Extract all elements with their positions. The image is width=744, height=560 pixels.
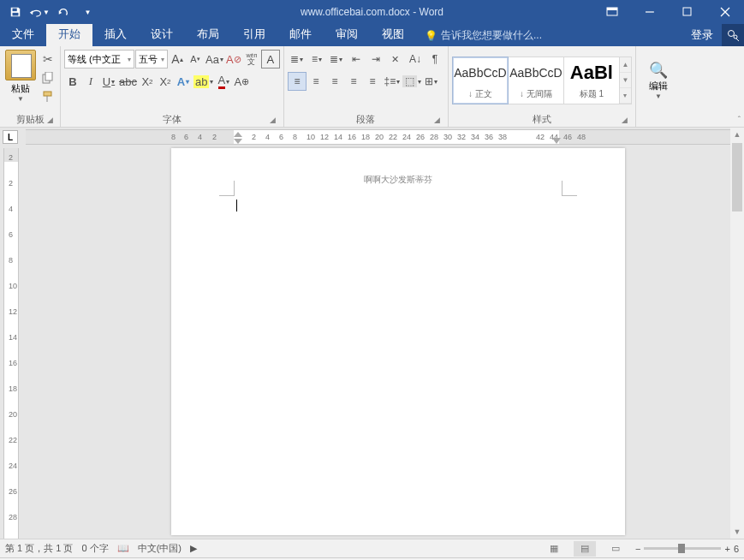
- minimize-button[interactable]: [631, 0, 669, 24]
- macro-icon[interactable]: ▶: [190, 543, 197, 554]
- strike-button[interactable]: abc: [118, 72, 138, 91]
- tell-me[interactable]: 💡告诉我您想要做什么...: [416, 25, 551, 46]
- save-button[interactable]: [5, 3, 26, 21]
- subscript-button[interactable]: X2: [139, 72, 156, 91]
- sort-button[interactable]: A↓: [406, 50, 425, 69]
- zoom-slider[interactable]: [644, 547, 721, 550]
- superscript-button[interactable]: X2: [157, 72, 174, 91]
- page-indicator[interactable]: 第 1 页，共 1 页: [5, 542, 73, 555]
- window-title: www.officebai.com.docx - Word: [301, 6, 443, 18]
- language-indicator[interactable]: 中文(中国): [138, 542, 182, 555]
- font-color-button[interactable]: A▾: [215, 72, 232, 91]
- format-painter-button[interactable]: [39, 88, 57, 105]
- group-styles: AaBbCcD↓ 正文 AaBbCcD↓ 无间隔 AaBl标题 1 ▲▼▾ 样式…: [449, 46, 636, 127]
- word-count[interactable]: 0 个字: [81, 542, 108, 555]
- shrink-font-button[interactable]: A▾: [187, 50, 204, 69]
- signin-button[interactable]: 登录: [682, 24, 722, 46]
- multilevel-button[interactable]: ≣▾: [327, 50, 346, 69]
- phonetic-button[interactable]: wén文: [243, 50, 260, 69]
- align-center-button[interactable]: ≡: [307, 72, 325, 91]
- chevron-down-icon: ▾: [161, 56, 164, 63]
- close-button[interactable]: [706, 0, 744, 24]
- tab-insert[interactable]: 插入: [92, 23, 139, 46]
- collapse-ribbon-button[interactable]: ˆ: [738, 116, 741, 125]
- printlayout-button[interactable]: ▤: [574, 541, 596, 557]
- clear-format-button[interactable]: A⊘: [225, 50, 242, 69]
- svg-rect-11: [44, 92, 51, 96]
- style-nospacing[interactable]: AaBbCcD↓ 无间隔: [508, 57, 564, 104]
- dialog-launcher-styles[interactable]: ◢: [620, 116, 630, 126]
- dialog-launcher-paragraph[interactable]: ◢: [432, 116, 443, 126]
- grow-font-button[interactable]: A▴: [169, 50, 186, 69]
- margin-mark: [562, 181, 577, 196]
- tab-mailings[interactable]: 邮件: [277, 23, 324, 46]
- tab-selector[interactable]: L: [3, 130, 18, 144]
- cut-button[interactable]: ✂: [39, 51, 57, 68]
- status-bar: 第 1 页，共 1 页 0 个字 📖 中文(中国) ▶ ▦ ▤ ▭ − + 6: [0, 539, 744, 557]
- outdent-button[interactable]: ⇤: [347, 50, 366, 69]
- align-right-button[interactable]: ≡: [325, 72, 344, 91]
- redo-button[interactable]: [53, 3, 74, 21]
- ltr-button[interactable]: ✕: [386, 50, 405, 69]
- readmode-button[interactable]: ▦: [543, 541, 565, 557]
- highlight-button[interactable]: ab▾: [193, 72, 214, 91]
- dialog-launcher-font[interactable]: ◢: [268, 116, 278, 126]
- group-label-paragraph: 段落: [356, 114, 375, 124]
- show-marks-button[interactable]: ¶: [426, 50, 444, 69]
- search-icon: 🔍: [640, 61, 677, 80]
- underline-button[interactable]: U▾: [100, 72, 117, 91]
- numbering-button[interactable]: ≡▾: [307, 50, 326, 69]
- undo-button[interactable]: ▼: [29, 3, 50, 21]
- scroll-thumb[interactable]: [732, 143, 742, 211]
- group-editing: 🔍 编辑 ▼: [636, 46, 681, 127]
- zoom-in-button[interactable]: +: [724, 544, 729, 554]
- tab-file[interactable]: 文件: [0, 23, 46, 46]
- shading-button[interactable]: ⬚▾: [402, 72, 421, 91]
- style-normal[interactable]: AaBbCcD↓ 正文: [452, 57, 509, 104]
- ribbon-options-button[interactable]: [593, 0, 631, 24]
- styles-more[interactable]: ▲▼▾: [619, 57, 632, 104]
- tab-home[interactable]: 开始: [46, 23, 92, 46]
- ruler-tick: 34: [471, 133, 479, 141]
- page[interactable]: 啊啊大沙发斯蒂芬: [171, 148, 625, 535]
- right-indent-marker[interactable]: [552, 138, 561, 144]
- copy-button[interactable]: [39, 69, 57, 86]
- weblayout-button[interactable]: ▭: [604, 541, 627, 557]
- borders-button[interactable]: ⊞▾: [422, 72, 441, 91]
- char-border-button[interactable]: A: [261, 50, 280, 69]
- justify-button[interactable]: ≡: [344, 72, 363, 91]
- help-search-button[interactable]: [722, 24, 744, 46]
- dialog-launcher-clipboard[interactable]: ◢: [45, 116, 55, 126]
- text-effects-button[interactable]: A▾: [175, 72, 192, 91]
- vertical-scrollbar[interactable]: ▲ ▼: [730, 128, 744, 539]
- qat-customize[interactable]: ▼: [77, 3, 98, 21]
- spellcheck-icon[interactable]: 📖: [117, 543, 129, 554]
- line-spacing-button[interactable]: ‡≡▾: [383, 72, 402, 91]
- horizontal-ruler[interactable]: 8642246810121416182022242628303234363842…: [26, 129, 730, 145]
- find-button[interactable]: 🔍 编辑 ▼: [640, 61, 677, 100]
- indent-marker[interactable]: [234, 132, 242, 144]
- quick-access-toolbar: ▼ ▼: [0, 3, 98, 21]
- align-left-button[interactable]: ≡: [288, 72, 307, 91]
- tab-design[interactable]: 设计: [139, 23, 185, 46]
- bold-button[interactable]: B: [64, 72, 81, 91]
- italic-button[interactable]: I: [82, 72, 99, 91]
- indent-button[interactable]: ⇥: [366, 50, 385, 69]
- font-size-combo[interactable]: 五号▾: [135, 50, 168, 69]
- zoom-value[interactable]: 6: [734, 544, 739, 554]
- tab-view[interactable]: 视图: [370, 23, 416, 46]
- bullets-button[interactable]: ≣▾: [288, 50, 307, 69]
- tab-layout[interactable]: 布局: [185, 23, 231, 46]
- vertical-ruler[interactable]: 2246810121416182022242628: [3, 148, 19, 539]
- tab-references[interactable]: 引用: [231, 23, 277, 46]
- tab-review[interactable]: 审阅: [324, 23, 370, 46]
- maximize-button[interactable]: [669, 0, 706, 24]
- style-heading1[interactable]: AaBl标题 1: [563, 57, 620, 104]
- change-case-button[interactable]: Aa▾: [205, 50, 224, 69]
- enclose-char-button[interactable]: A⊕: [233, 72, 250, 91]
- paste-button[interactable]: 粘贴 ▼: [3, 48, 38, 103]
- distribute-button[interactable]: ≡: [363, 72, 382, 91]
- zoom-out-button[interactable]: −: [635, 544, 640, 554]
- font-name-combo[interactable]: 等线 (中文正▾: [64, 50, 134, 69]
- styles-gallery[interactable]: AaBbCcD↓ 正文 AaBbCcD↓ 无间隔 AaBl标题 1 ▲▼▾: [452, 57, 632, 104]
